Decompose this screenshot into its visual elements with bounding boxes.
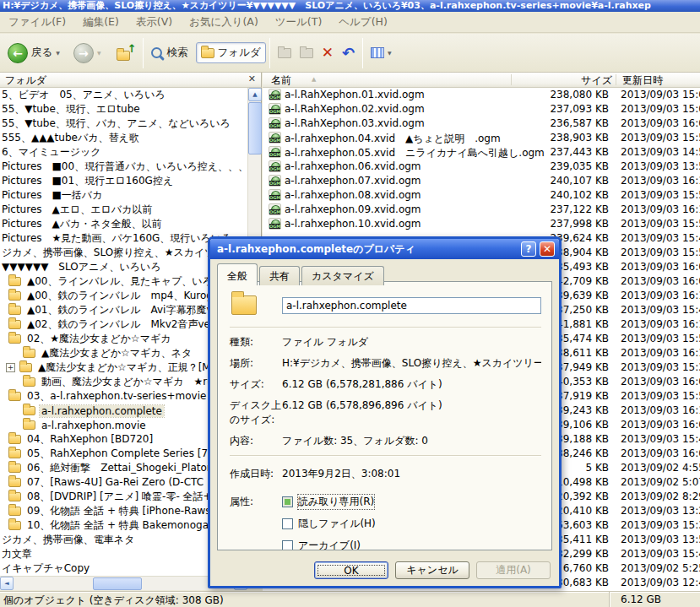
menu-item[interactable]: 表示(V) [128,13,181,32]
property-field: 場所:H:¥デジカメ、携帯画像、SLO擦り控え、★スカイツリー¥▼▼▼ [230,356,541,371]
tree-item[interactable]: 55、▼tube、現行、バカ、アニメ、などいろいろ [0,117,247,131]
file-date: 2013/09/03 14:56 [621,146,700,158]
dialog-titlebar[interactable]: a-l.rahxephon.completeのプロパティ ? ✕ [210,239,559,259]
back-dropdown-icon[interactable]: ▼ [56,50,60,56]
file-row[interactable]: OGMa-l.rahxephon.07.xvid.ogm240,107 KB20… [263,174,700,188]
menu-item[interactable]: ヘルプ(H) [330,13,396,32]
ogm-file-icon: OGM [269,218,281,230]
file-row[interactable]: OGMa-l.rahxephon.04.xvid ▲ちょと説明 .ogm238,… [263,131,700,145]
folders-pane-header: フォルダ ✕ [0,73,262,88]
tree-item-label: ▲00、ラインバレル、見たキャプ、いろいろ [25,274,235,289]
column-divider[interactable] [511,74,512,85]
file-date: 2013/09/03 16:07 [621,261,700,273]
checkbox[interactable] [282,496,293,507]
tree-item-label: ▲魔法少女まどか☆マギカ、正規？[Mag [36,360,225,375]
dialog-help-button[interactable]: ? [521,241,536,257]
file-name: a-l.rahxephon.10.xvid.ogm [285,218,421,230]
tree-item[interactable]: Pictures ▲バカ・ネタ全般、以前 [0,217,247,231]
tree-item-label: 03、a-l.rahxephon.tv-series+movie [25,389,208,404]
folder-icon [8,478,21,487]
sort-ascending-icon: ▲ [312,76,316,83]
search-icon [151,47,162,58]
tree-item[interactable]: Pictures ■00、現行普通バカ、いろいろ控え、、、 [0,160,247,174]
tree-item-label: 02、★魔法少女まどか☆マギカ [25,332,172,346]
menu-item[interactable]: 編集(E) [74,13,128,32]
tree-item[interactable]: 55、▼tube、現行、エロtube [0,102,247,117]
menu-item[interactable]: ツール(T) [267,13,330,32]
dialog-close-button[interactable]: ✕ [540,241,555,257]
file-date: 2013/09/02 5:25 [621,562,700,574]
folders-pane-title: フォルダ [5,74,46,86]
back-button[interactable]: ← 戻る ▼ [3,41,64,66]
views-button[interactable]: ▼ [366,45,396,61]
general-tab-panel: 種類:ファイル フォルダ場所:H:¥デジカメ、携帯画像、SLO擦り控え、★スカイ… [217,281,552,550]
file-size: 237,122 KB [499,203,609,215]
file-row[interactable]: OGMa-l.rahxephon.06.xvid.ogm239,035 KB20… [263,160,700,174]
folder-icon [8,334,21,344]
tree-item[interactable]: Pictures ▲エロ、エロバカ以前 [0,203,247,217]
column-header-name[interactable]: 名前 [271,73,291,88]
up-button[interactable]: ↑ [112,43,139,63]
column-header-size[interactable]: サイズ [541,73,612,88]
forward-button[interactable]: → ▼ [69,41,106,66]
undo-button[interactable]: ↶ [338,43,359,63]
file-size: 236,587 KB [499,117,609,129]
tree-item-label: 55、▼tube、現行、バカ、アニメ、などいろいろ [0,117,232,131]
tree-item[interactable]: 5、ビデオ 05、アニメ、いろいろ [0,88,247,102]
status-bar: 個のオブジェクト (空きディスク領域: 308 GB) 6.12 GB [0,591,700,607]
tree-item-label: 6、マイミュージック [0,145,103,160]
search-button[interactable]: 検索 [147,43,193,62]
file-row[interactable]: OGMa-l.RahXephon.01.xvid.ogm238,080 KB20… [263,88,700,102]
tree-item[interactable]: 555、▲▲▲tubeバカ、替え歌 [0,131,247,145]
toolbar-separator [269,38,270,68]
checkbox[interactable] [282,518,293,529]
field-value: ファイル フォルダ [282,335,541,350]
file-row[interactable]: OGMa-l.rahxephon.08.xvid.ogm240,102 KB20… [263,188,700,203]
menubar: ファイル(F)編集(E)表示(V)お気に入り(A)ツール(T)ヘルプ(H) [0,12,700,33]
window-titlebar[interactable]: H:¥デジカメ、携帯画像、SLO擦り控え、★スカイツリー¥▼▼▼▼▼▼ SLOア… [0,0,700,12]
file-date: 2013/09/03 15:43 [621,433,700,445]
tree-item[interactable]: 6、マイミュージック [0,145,247,160]
expand-plus-icon[interactable]: + [6,363,15,372]
file-row[interactable]: OGMa-l.rahxephon.05.xvid ニライカナイ島へ引越し.ogm… [263,145,700,160]
file-row[interactable]: OGMa-l.rahxephon.10.xvid.ogm237,998 KB20… [263,217,700,231]
file-row[interactable]: OGMa-l.RahXephon.03.xvid.ogm236,587 KB20… [263,117,700,131]
folder-icon [8,320,21,329]
ok-button[interactable]: OK [314,561,388,579]
file-size: 239,035 KB [499,160,609,172]
file-date: 2013/09/03 15:39 [621,361,700,373]
tree-item-label: 07、[Raws-4U] Ga-Rei Zero (D-CTC 1280 [25,475,234,490]
file-size: 240,102 KB [499,189,609,201]
delete-button[interactable]: ✕ [317,43,338,62]
menu-item[interactable]: ファイル(F) [0,13,74,32]
scroll-left-icon[interactable]: ◄ [0,577,14,590]
tab-sharing[interactable]: 共有 [259,266,300,285]
tree-item[interactable]: Pictures ■01、現行エロ160G控え [0,174,247,188]
scroll-up-icon[interactable]: ▲ [248,88,262,101]
cancel-button[interactable]: キャンセル [395,561,469,579]
file-name: a-l.rahxephon.04.xvid ▲ちょと説明 .ogm [285,132,501,146]
tab-general[interactable]: 全般 [217,263,258,285]
checkbox[interactable] [282,540,293,550]
views-dropdown-icon[interactable]: ▼ [388,50,392,56]
file-row[interactable]: OGMa-l.RahXephon.02.xvid.ogm237,093 KB20… [263,102,700,117]
status-object-count: 個のオブジェクト (空きディスク領域: 308 GB) [0,592,610,607]
column-divider[interactable] [616,74,616,85]
ogm-file-icon: OGM [269,146,281,158]
property-field: ディスク上 のサイズ:6.12 GB (6,578,896,896 バイト) [230,398,541,427]
scrollbar-thumb[interactable] [248,102,262,154]
file-date: 2013/09/03 16:14 [621,175,700,187]
menu-item[interactable]: お気に入り(A) [181,13,267,32]
column-header-date[interactable]: 更新日時 [622,73,663,88]
delete-icon: ✕ [322,46,334,60]
folders-button[interactable]: フォルダ [196,42,266,63]
tab-customize[interactable]: カスタマイズ [301,266,384,285]
file-row[interactable]: OGMa-l.rahxephon.09.xvid.ogm237,122 KB20… [263,203,700,217]
tree-item[interactable]: Pictures ■一括バカ [0,188,247,203]
folder-name-input[interactable] [282,297,541,314]
scrollbar-thumb[interactable] [93,577,142,590]
toolbar-separator [362,38,363,68]
field-label: 場所: [230,356,282,371]
ogm-file-icon: OGM [269,89,281,100]
close-folders-pane-icon[interactable]: ✕ [248,73,256,84]
